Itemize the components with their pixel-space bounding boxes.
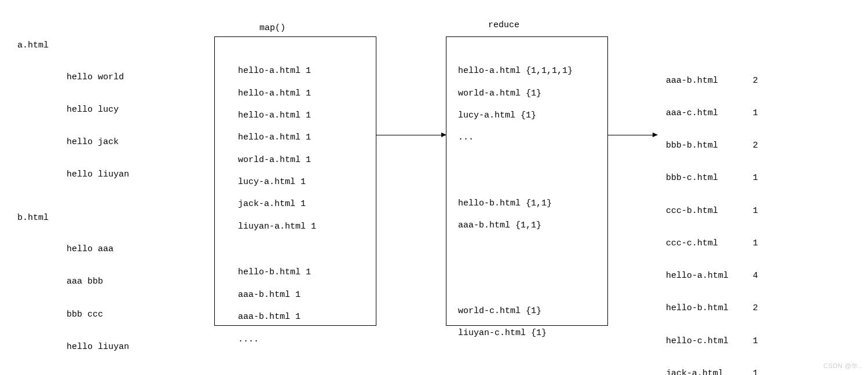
map-line: .... [238, 334, 364, 345]
map-line: liuyan-a.html 1 [238, 221, 364, 232]
arrow-reduce-to-output [608, 135, 657, 135]
reduce-line: ... [458, 132, 596, 143]
output-key: ccc-c.html [666, 238, 753, 249]
reduce-line: world-c.html {1} [458, 306, 596, 317]
map-line: world-a.html 1 [238, 155, 364, 166]
file-line: aaa bbb [67, 277, 203, 288]
output-row: jack-a.html1 [666, 369, 764, 375]
map-line: hello-a.html 1 [238, 110, 364, 121]
map-line: hello-a.html 1 [238, 65, 364, 76]
reduce-line: hello-b.html {1,1} [458, 198, 596, 209]
output-key: hello-c.html [666, 336, 753, 347]
map-label: map() [259, 23, 285, 33]
output-key: aaa-b.html [666, 76, 753, 87]
arrow-map-to-reduce [376, 135, 446, 135]
reduce-line: liuyan-c.html {1} [458, 328, 596, 339]
output-val: 1 [753, 173, 764, 184]
output-row: bbb-b.html2 [666, 141, 764, 152]
file-line: hello lucy [67, 105, 203, 116]
file-line: hello jack [67, 137, 203, 148]
map-line: hello-a.html 1 [238, 88, 364, 99]
output-key: hello-b.html [666, 303, 753, 314]
map-line: lucy-a.html 1 [238, 177, 364, 188]
map-line: hello-a.html 1 [238, 132, 364, 143]
output-row: bbb-c.html1 [666, 173, 764, 184]
input-files: a.html hello world hello lucy hello jack… [17, 41, 203, 375]
output-key: hello-a.html [666, 271, 753, 282]
reduce-label: reduce [488, 20, 519, 30]
output-val: 1 [753, 206, 764, 217]
reduce-line: aaa-b.html {1,1} [458, 220, 596, 231]
file-a-label: a.html [17, 41, 203, 50]
reduce-line: world-a.html {1} [458, 88, 596, 99]
output-row: aaa-b.html2 [666, 76, 764, 87]
file-line: hello liuyan [67, 170, 203, 181]
output-row: ccc-b.html1 [666, 206, 764, 217]
map-box: hello-a.html 1 hello-a.html 1 hello-a.ht… [214, 36, 376, 326]
output-row: aaa-c.html1 [666, 108, 764, 119]
output-row: hello-b.html2 [666, 303, 764, 314]
watermark: CSDN @华.. [823, 362, 862, 370]
output-val: 2 [753, 303, 764, 314]
file-b-content: hello aaa aaa bbb bbb ccc hello liuyan l… [67, 223, 203, 376]
map-line: hello-b.html 1 [238, 267, 364, 278]
map-line: jack-a.html 1 [238, 198, 364, 209]
output-key: jack-a.html [666, 369, 753, 375]
file-line: hello world [67, 72, 203, 83]
output-val: 2 [753, 76, 764, 87]
output-val: 1 [753, 108, 764, 119]
file-line: hello aaa [67, 244, 203, 255]
output-val: 4 [753, 271, 764, 282]
reduce-line: lucy-a.html {1} [458, 110, 596, 121]
output-val: 1 [753, 369, 764, 375]
output-key: ccc-b.html [666, 206, 753, 217]
reduce-box: hello-a.html {1,1,1,1} world-a.html {1} … [446, 36, 608, 326]
output-row: hello-c.html1 [666, 336, 764, 347]
output-val: 1 [753, 336, 764, 347]
output-key: bbb-c.html [666, 173, 753, 184]
map-line: aaa-b.html 1 [238, 289, 364, 300]
file-b-label: b.html [17, 213, 203, 223]
output-val: 2 [753, 141, 764, 152]
diagram-stage: map() reduce a.html hello world hello lu… [0, 0, 868, 375]
output-val: 1 [753, 238, 764, 249]
map-line: aaa-b.html 1 [238, 311, 364, 322]
output-row: hello-a.html4 [666, 271, 764, 282]
output-key: aaa-c.html [666, 108, 753, 119]
output-row: ccc-c.html1 [666, 238, 764, 249]
reduce-line: hello-a.html {1,1,1,1} [458, 65, 596, 76]
output-list: aaa-b.html2 aaa-c.html1 bbb-b.html2 bbb-… [666, 54, 764, 375]
file-a-content: hello world hello lucy hello jack hello … [67, 50, 203, 203]
file-line: hello liuyan [67, 342, 203, 353]
output-key: bbb-b.html [666, 141, 753, 152]
file-line: bbb ccc [67, 310, 203, 321]
